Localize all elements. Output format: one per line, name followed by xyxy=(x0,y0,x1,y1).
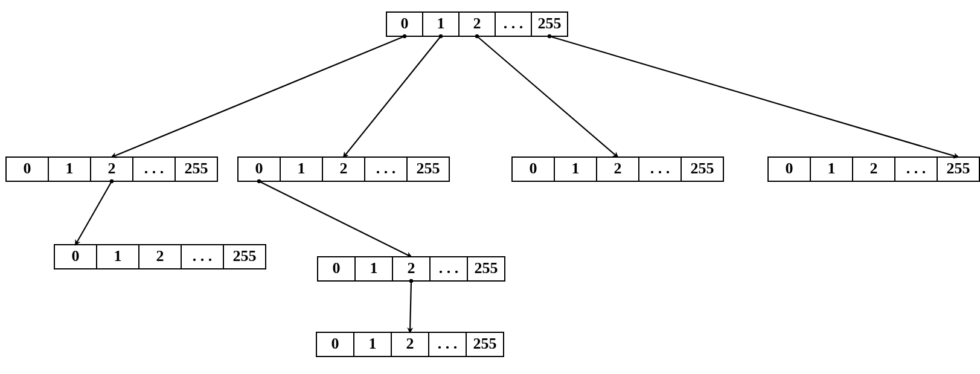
array-cell-label: 0 xyxy=(72,247,80,265)
array-cell-label: 1 xyxy=(298,160,306,177)
array-cell-label: 1 xyxy=(370,259,378,277)
array-node-l2c: 012. . .255 xyxy=(512,157,723,181)
pointer-arrow xyxy=(549,36,958,157)
array-cell-label: . . . xyxy=(906,160,926,177)
array-cell-label: 0 xyxy=(24,160,31,177)
array-cell-label: . . . xyxy=(144,160,164,177)
array-cell-label: . . . xyxy=(193,247,213,265)
array-cell-label: 1 xyxy=(828,160,836,177)
array-cell-label: 2 xyxy=(406,335,414,352)
array-cell-label: 0 xyxy=(255,160,263,177)
pointer-arrow xyxy=(344,36,441,157)
array-node-root: 012. . .255 xyxy=(386,12,568,36)
array-node-l2b: 012. . .255 xyxy=(238,157,449,181)
array-cell-label: 1 xyxy=(437,15,445,32)
array-cell-label: 255 xyxy=(473,335,497,352)
array-cell-label: . . . xyxy=(376,160,396,177)
array-cell-label: 2 xyxy=(614,160,622,177)
array-node-l3b: 012. . .255 xyxy=(318,257,505,281)
array-cell-label: 2 xyxy=(473,15,481,32)
array-cell-label: 2 xyxy=(156,247,164,265)
array-cell-label: . . . xyxy=(650,160,670,177)
pointer-arrow xyxy=(259,181,411,257)
array-cell-label: 255 xyxy=(417,160,440,177)
array-cell-label: 255 xyxy=(691,160,714,177)
array-cell-label: 255 xyxy=(538,15,562,32)
pointer-arrow xyxy=(75,181,112,245)
array-cell-label: 0 xyxy=(331,335,339,352)
array-cell-label: 255 xyxy=(233,247,257,265)
array-cell-label: . . . xyxy=(438,335,458,352)
array-node-l2d: 012. . .255 xyxy=(768,157,979,181)
pointer-arrow xyxy=(477,36,618,157)
array-cell-label: 1 xyxy=(369,335,377,352)
array-cell-label: 0 xyxy=(530,160,537,177)
array-cell-label: 1 xyxy=(114,247,122,265)
pointer-arrow xyxy=(410,281,411,332)
pointer-arrow xyxy=(112,36,405,157)
array-cell-label: . . . xyxy=(439,259,459,277)
array-cell-label: 0 xyxy=(333,259,341,277)
array-cell-label: 2 xyxy=(108,160,116,177)
array-node-l4: 012. . .255 xyxy=(316,332,504,356)
array-cell-label: 2 xyxy=(340,160,348,177)
array-cell-label: 0 xyxy=(401,15,409,32)
array-cell-label: . . . xyxy=(504,15,524,32)
trie-diagram: 012. . .255012. . .255012. . .255012. . … xyxy=(0,0,980,374)
array-cell-label: 0 xyxy=(786,160,793,177)
array-cell-label: 1 xyxy=(572,160,580,177)
array-node-l3a: 012. . .255 xyxy=(54,245,266,269)
array-cell-label: 255 xyxy=(947,160,970,177)
array-cell-label: 255 xyxy=(185,160,208,177)
array-cell-label: 2 xyxy=(870,160,878,177)
array-node-l2a: 012. . .255 xyxy=(6,157,217,181)
array-cell-label: 255 xyxy=(475,259,498,277)
array-cell-label: 1 xyxy=(66,160,74,177)
array-cell-label: 2 xyxy=(408,259,415,277)
